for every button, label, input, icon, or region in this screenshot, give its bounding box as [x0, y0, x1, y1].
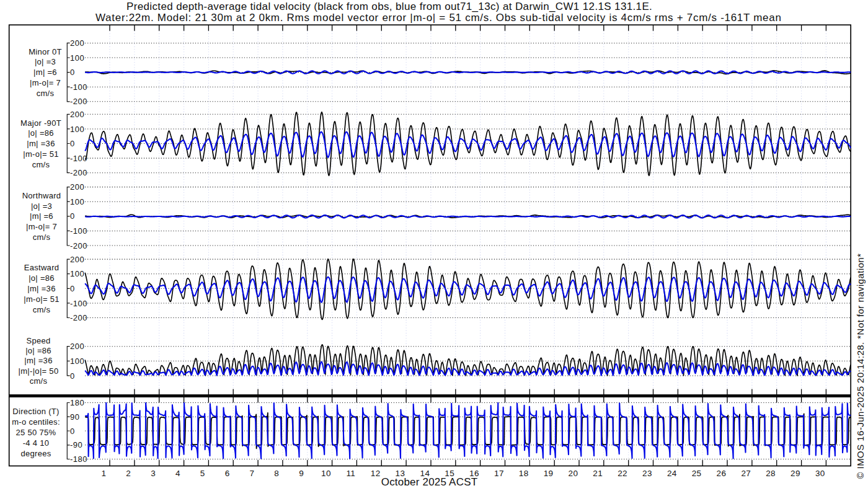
svg-text:|m-o|= 7: |m-o|= 7	[30, 78, 61, 87]
svg-text:cm/s: cm/s	[33, 305, 51, 314]
svg-text:11: 11	[346, 469, 355, 478]
svg-text:200: 200	[70, 182, 84, 192]
svg-text:4: 4	[175, 469, 180, 478]
svg-text:Predicted depth-average tidal: Predicted depth-average tidal velocity (…	[126, 1, 652, 12]
svg-text:17: 17	[494, 469, 504, 478]
svg-text:cm/s: cm/s	[32, 160, 50, 169]
svg-text:|o| =86: |o| =86	[28, 128, 54, 138]
svg-text:200: 200	[70, 342, 84, 351]
svg-text:25: 25	[692, 469, 702, 478]
svg-text:-90: -90	[70, 440, 82, 450]
svg-text:|o| =3: |o| =3	[31, 202, 52, 211]
svg-text:-180: -180	[70, 454, 87, 464]
svg-text:0: 0	[70, 139, 75, 148]
svg-text:100: 100	[70, 125, 84, 134]
svg-text:0: 0	[70, 211, 75, 221]
svg-text:26: 26	[716, 469, 726, 478]
svg-text:-200: -200	[70, 97, 87, 106]
svg-text:29: 29	[790, 469, 800, 478]
svg-text:|m| =6: |m| =6	[33, 68, 57, 77]
svg-text:0: 0	[70, 427, 75, 436]
svg-text:Major -90T: Major -90T	[20, 118, 61, 128]
svg-text:-100: -100	[70, 82, 87, 92]
svg-text:100: 100	[70, 269, 84, 278]
svg-text:30: 30	[815, 469, 825, 478]
svg-text:|m|-|o|= 50: |m|-|o|= 50	[19, 366, 59, 376]
svg-text:90: 90	[70, 412, 79, 422]
svg-text:|o| =86: |o| =86	[25, 346, 51, 355]
svg-text:|o| =86: |o| =86	[29, 273, 55, 283]
svg-text:24: 24	[667, 469, 677, 478]
svg-text:8: 8	[274, 469, 279, 478]
svg-text:Water:22m. Model: 21 30m at 2: Water:22m. Model: 21 30m at 2 0km. Rms m…	[95, 12, 782, 24]
svg-text:12: 12	[371, 469, 381, 478]
svg-text:27: 27	[741, 469, 751, 478]
svg-text:|m| =36: |m| =36	[27, 284, 55, 293]
svg-text:-200: -200	[70, 313, 87, 322]
svg-text:0: 0	[70, 371, 75, 381]
svg-text:2: 2	[126, 469, 131, 478]
svg-text:100: 100	[70, 53, 84, 63]
svg-text:100: 100	[70, 197, 84, 206]
svg-text:19: 19	[544, 469, 554, 478]
svg-text:Speed: Speed	[26, 336, 50, 345]
svg-text:Northward: Northward	[22, 191, 61, 200]
svg-text:0: 0	[70, 284, 75, 293]
svg-text:0: 0	[70, 68, 75, 77]
svg-text:cm/s: cm/s	[33, 232, 51, 242]
svg-text:200: 200	[70, 255, 84, 264]
svg-text:22: 22	[618, 469, 627, 478]
svg-text:|m-o|= 7: |m-o|= 7	[26, 222, 57, 231]
svg-text:21: 21	[593, 469, 603, 478]
svg-text:1: 1	[101, 469, 106, 478]
svg-text:28: 28	[766, 469, 776, 478]
svg-text:10: 10	[321, 469, 331, 478]
svg-text:3: 3	[151, 469, 156, 478]
svg-text:-100: -100	[70, 154, 87, 163]
svg-text:-200: -200	[70, 168, 87, 177]
svg-text:|m| =36: |m| =36	[27, 139, 55, 148]
svg-text:180: 180	[70, 398, 84, 407]
svg-text:Eastward: Eastward	[24, 263, 60, 272]
svg-text:October 2025 ACST: October 2025 ACST	[381, 476, 478, 488]
svg-text:m-o centiles:: m-o centiles:	[12, 417, 60, 427]
svg-text:23: 23	[642, 469, 652, 478]
svg-text:200: 200	[70, 38, 84, 48]
svg-text:© IMOS 16-Jun-2025 20:14:28. *: © IMOS 16-Jun-2025 20:14:28. *Not for na…	[855, 253, 866, 479]
svg-text:cm/s: cm/s	[30, 376, 48, 386]
svg-text:200: 200	[70, 110, 84, 119]
svg-text:Direction (T): Direction (T)	[12, 407, 59, 416]
svg-text:Minor 0T: Minor 0T	[29, 47, 62, 56]
svg-text:9: 9	[299, 469, 304, 478]
svg-text:-4 4 10: -4 4 10	[23, 438, 50, 448]
svg-text:5: 5	[200, 469, 205, 478]
svg-text:|m-o|= 51: |m-o|= 51	[23, 149, 59, 159]
svg-text:18: 18	[519, 469, 529, 478]
svg-text:cm/s: cm/s	[37, 89, 55, 98]
svg-text:|m| =36: |m| =36	[24, 356, 52, 365]
svg-text:-100: -100	[70, 299, 87, 308]
svg-text:6: 6	[225, 469, 230, 478]
svg-text:degrees: degrees	[20, 449, 51, 458]
svg-text:|m-o|= 51: |m-o|= 51	[24, 294, 60, 304]
svg-text:100: 100	[70, 356, 84, 366]
svg-text:20: 20	[568, 469, 578, 478]
svg-text:|m| =6: |m| =6	[30, 211, 53, 221]
svg-text:25 50 75%: 25 50 75%	[16, 428, 56, 437]
svg-text:7: 7	[250, 469, 255, 478]
svg-text:-200: -200	[70, 241, 87, 250]
svg-text:-100: -100	[70, 226, 87, 236]
svg-text:|o| =3: |o| =3	[35, 57, 56, 66]
